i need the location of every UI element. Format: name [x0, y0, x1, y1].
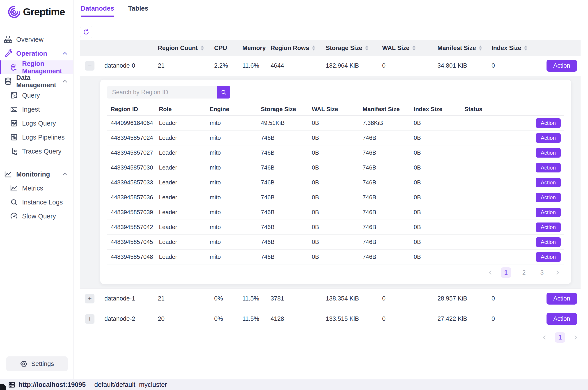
sidebar-item-logs-pipelines[interactable]: Logs Pipelines	[0, 130, 73, 144]
sidebar-item-region-management[interactable]: Region Management	[0, 60, 73, 74]
region-column-region-id: Region ID	[107, 106, 159, 113]
sidebar-section-data-management[interactable]: Data Management	[0, 74, 73, 88]
datanode-action-button[interactable]: Action	[546, 313, 577, 325]
line-chart-icon	[4, 170, 13, 179]
chevron-left-icon	[542, 335, 547, 340]
gear-icon	[20, 360, 28, 368]
region-action-button[interactable]: Action	[536, 118, 561, 128]
chevron-up-icon[interactable]	[62, 171, 68, 177]
datanode-action-button[interactable]: Action	[546, 292, 577, 304]
region-action-button[interactable]: Action	[536, 237, 561, 247]
region-action-cell: Action	[516, 178, 564, 187]
expand-button[interactable]: +	[85, 314, 95, 324]
sidebar-item-logs-query[interactable]: Logs Query	[0, 116, 73, 130]
tab-tables[interactable]: Tables	[128, 0, 148, 17]
region-cell: mito	[210, 149, 261, 156]
sidebar-item-query[interactable]: Query	[0, 88, 73, 102]
column-header-region-count[interactable]: Region Count	[158, 45, 214, 52]
region-cell: 746B	[261, 149, 312, 156]
region-action-button[interactable]: Action	[536, 178, 561, 187]
collapse-button[interactable]: −	[85, 61, 95, 71]
region-cell: Leader	[159, 224, 210, 231]
status-url[interactable]: http://localhost:19095	[18, 381, 86, 389]
region-search-button[interactable]	[217, 86, 230, 98]
column-header-manifest-size[interactable]: Manifest Size	[437, 45, 491, 52]
sidebar-item-label: Overview	[16, 36, 44, 43]
region-cell: 0B	[414, 239, 464, 245]
region-cell: 0B	[414, 164, 464, 171]
region-column-storage-size: Storage Size	[261, 106, 312, 113]
pagination-next-button[interactable]	[573, 335, 578, 340]
sort-icon[interactable]	[311, 45, 316, 51]
sort-icon[interactable]	[365, 45, 369, 51]
chevron-up-icon[interactable]	[62, 50, 68, 56]
sidebar-item-instance-logs[interactable]: Instance Logs	[0, 195, 73, 209]
region-action-button[interactable]: Action	[536, 133, 561, 143]
datanodes-table: Region CountCPUMemoryRegion RowsStorage …	[80, 40, 581, 343]
region-table-row: 4483945857024Leadermito746B0B746B0BActio…	[107, 131, 564, 146]
region-cell: 746B	[363, 179, 414, 186]
sidebar: Greptime Overview O	[0, 0, 74, 379]
region-action-button[interactable]: Action	[536, 208, 561, 217]
region-cell: 0B	[312, 253, 363, 260]
brand[interactable]: Greptime	[0, 0, 73, 18]
search-icon	[9, 198, 18, 207]
region-cell: 746B	[261, 253, 312, 260]
pagination-page-2[interactable]: 2	[519, 267, 529, 278]
datanode-cell: 11.5%	[242, 315, 271, 322]
pagination-page-3[interactable]: 3	[537, 267, 547, 278]
refresh-button[interactable]	[80, 26, 92, 38]
sidebar-item-overview[interactable]: Overview	[0, 33, 73, 47]
pagination-page-1[interactable]: 1	[501, 267, 511, 278]
settings-label: Settings	[31, 360, 54, 367]
region-action-button[interactable]: Action	[536, 252, 561, 262]
region-action-button[interactable]: Action	[536, 223, 561, 232]
datanodes-pagination: 1	[80, 332, 581, 343]
sort-icon[interactable]	[478, 45, 483, 51]
tab-datanodes[interactable]: Datanodes	[81, 0, 114, 17]
region-action-button[interactable]: Action	[536, 193, 561, 202]
region-action-cell: Action	[516, 223, 564, 232]
region-id-cell: 4483945857039	[107, 209, 159, 216]
column-header-wal-size[interactable]: WAL Size	[382, 45, 437, 52]
datanode-cell: 34.801 KiB	[437, 62, 491, 69]
datanode-cell: 0%	[214, 315, 242, 322]
column-header-label: Region Rows	[271, 45, 309, 52]
sidebar-section-operation[interactable]: Operation	[0, 47, 73, 60]
pagination-prev-button[interactable]	[542, 335, 547, 340]
region-cell: 746B	[261, 179, 312, 186]
sidebar-section-monitoring[interactable]: Monitoring	[0, 167, 73, 181]
region-cell: Leader	[159, 149, 210, 156]
settings-button[interactable]: Settings	[6, 356, 68, 371]
column-header-label: CPU	[214, 45, 227, 52]
sort-icon[interactable]	[200, 45, 204, 51]
region-action-button[interactable]: Action	[536, 163, 561, 172]
column-header-index-size[interactable]: Index Size	[491, 45, 529, 52]
sidebar-item-traces-query[interactable]: Traces Query	[0, 144, 73, 158]
region-search	[107, 86, 564, 98]
column-header-storage-size[interactable]: Storage Size	[326, 45, 382, 52]
datanode-cell: 0	[491, 295, 529, 302]
expand-cell: −	[80, 61, 100, 71]
region-cell: 746B	[363, 209, 414, 216]
pagination-prev-button[interactable]	[488, 270, 493, 275]
region-cell: 0B	[414, 149, 464, 156]
region-cell: 0B	[414, 179, 464, 186]
chevron-up-icon[interactable]	[62, 78, 68, 84]
region-search-input[interactable]	[107, 86, 217, 98]
sidebar-item-metrics[interactable]: Metrics	[0, 181, 73, 195]
region-cell: 0B	[312, 239, 363, 245]
column-header-region-rows[interactable]: Region Rows	[271, 45, 326, 52]
sort-icon[interactable]	[524, 45, 528, 51]
region-cell: Leader	[159, 209, 210, 216]
pagination-page-1[interactable]: 1	[555, 332, 565, 343]
pagination-next-button[interactable]	[555, 270, 560, 275]
column-header-label: Memory	[242, 45, 266, 52]
sort-icon[interactable]	[412, 45, 416, 51]
datanode-action-button[interactable]: Action	[546, 60, 577, 72]
region-action-button[interactable]: Action	[536, 148, 561, 158]
status-cluster[interactable]: default/default_mycluster	[94, 381, 167, 389]
expand-button[interactable]: +	[85, 294, 95, 303]
sidebar-item-slow-query[interactable]: Slow Query	[0, 209, 73, 223]
sidebar-item-ingest[interactable]: Ingest	[0, 102, 73, 116]
